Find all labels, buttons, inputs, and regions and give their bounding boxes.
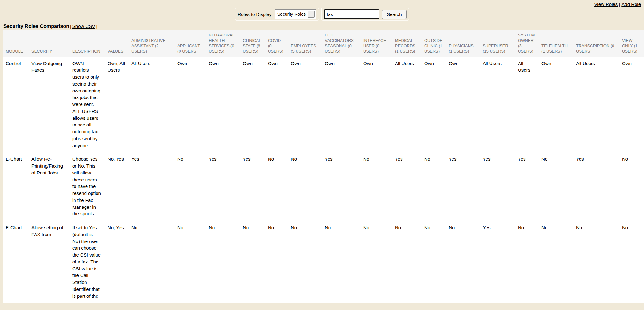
role-value-cell-superuser-15-users: Yes xyxy=(480,221,515,303)
role-value-cell-administrative-assistant-2-users: No xyxy=(128,221,174,303)
security-cell: View Outgoing Faxes xyxy=(28,57,69,152)
role-value-cell-behavioral-health-services-0-users: Own xyxy=(206,57,240,152)
table-header-row: MODULESECURITYDESCRIPTIONVALUESADMINISTR… xyxy=(3,30,644,57)
role-value-cell-covid-0-users: No xyxy=(265,152,288,221)
column-header-superuser-15-users: SUPERUSER (15 USERS) xyxy=(480,30,515,57)
role-value-cell-outside-clinic-1-users: Own xyxy=(421,57,446,152)
role-value-cell-flu-vaccinators-seasonal-0-users: Yes xyxy=(322,152,360,221)
role-value-cell-superuser-15-users: All Users xyxy=(480,57,515,152)
role-value-cell-system-owner-3-users: Yes xyxy=(515,152,538,221)
column-header-telehealth-1-users: TELEHEALTH (1 USERS) xyxy=(538,30,573,57)
role-value-cell-outside-clinic-1-users: No xyxy=(421,152,446,221)
role-value-cell-view-only-1-users: No xyxy=(619,152,644,221)
security-roles-comparison-table: MODULESECURITYDESCRIPTIONVALUESADMINISTR… xyxy=(3,30,644,303)
role-value-cell-flu-vaccinators-seasonal-0-users: Own xyxy=(322,57,360,152)
role-value-cell-clinical-staff-8-users: Yes xyxy=(240,152,265,221)
roles-to-display-label: Roles to Display xyxy=(237,12,271,17)
heading-divider: | xyxy=(70,24,71,29)
column-header-applicant-0-users: APPLICANT (0 USERS) xyxy=(174,30,206,57)
role-value-cell-system-owner-3-users: No xyxy=(515,221,538,303)
values-cell: No, Yes xyxy=(104,152,128,221)
search-button[interactable]: Search xyxy=(382,10,407,19)
role-value-cell-employees-5-users: No xyxy=(288,221,322,303)
top-nav: View Roles|Add Role xyxy=(594,2,641,7)
add-role-link[interactable]: Add Role xyxy=(621,2,641,7)
values-cell: Own, All Users xyxy=(104,57,128,152)
role-value-cell-behavioral-health-services-0-users: Yes xyxy=(206,152,240,221)
column-header-module: MODULE xyxy=(3,30,28,57)
heading-row: Security Roles Comparison|Show CSV| xyxy=(3,24,644,29)
search-group: Search xyxy=(321,8,409,21)
column-header-employees-5-users: EMPLOYEES (5 USERS) xyxy=(288,30,322,57)
role-value-cell-flu-vaccinators-seasonal-0-users: No xyxy=(322,221,360,303)
role-value-cell-medical-records-1-users: Yes xyxy=(392,152,421,221)
show-csv-link[interactable]: Show CSV xyxy=(72,24,95,29)
role-value-cell-superuser-15-users: Yes xyxy=(480,152,515,221)
column-header-behavioral-health-services-0-users: BEHAVIORAL HEALTH SERVICES (0 USERS) xyxy=(206,30,240,57)
description-cell: OWN restricts users to only seeing their… xyxy=(69,57,104,152)
role-value-cell-medical-records-1-users: All Users xyxy=(392,57,421,152)
table-row: E-ChartAllow Re-Printing/Faxing of Print… xyxy=(3,152,644,221)
column-header-physicians-1-users: PHYSICIANS (1 USERS) xyxy=(446,30,480,57)
role-value-cell-outside-clinic-1-users: No xyxy=(421,221,446,303)
roles-picker-button[interactable]: ... xyxy=(308,11,315,18)
view-roles-link[interactable]: View Roles xyxy=(594,2,618,7)
description-cell: Choose Yes or No. This will allow these … xyxy=(69,152,104,221)
roles-to-display-group: Roles to Display Security Roles ... xyxy=(235,8,319,21)
role-value-cell-telehealth-1-users: No xyxy=(538,221,573,303)
column-header-administrative-assistant-2-users: ADMINISTRATIVE ASSISTANT (2 USERS) xyxy=(128,30,174,57)
table-row: E-ChartAllow setting of FAX fromIf set t… xyxy=(3,221,644,303)
column-header-transcription-0-users: TRANSCRIPTION (0 USERS) xyxy=(573,30,619,57)
role-value-cell-physicians-1-users: Own xyxy=(446,57,480,152)
role-value-cell-applicant-0-users: No xyxy=(174,221,206,303)
table-header: MODULESECURITYDESCRIPTIONVALUESADMINISTR… xyxy=(3,30,644,57)
role-value-cell-transcription-0-users: Yes xyxy=(573,152,619,221)
role-value-cell-physicians-1-users: No xyxy=(446,221,480,303)
role-value-cell-transcription-0-users: All Users xyxy=(573,57,619,152)
description-cell: If set to Yes (default is No) the user c… xyxy=(69,221,104,303)
role-value-cell-medical-records-1-users: No xyxy=(392,221,421,303)
table-row: ControlView Outgoing FaxesOWN restricts … xyxy=(3,57,644,152)
column-header-system-owner-3-users: SYSTEM OWNER (3 USERS) xyxy=(515,30,538,57)
column-header-clinical-staff-8-users: CLINICAL STAFF (8 USERS) xyxy=(240,30,265,57)
module-cell: E-Chart xyxy=(3,152,28,221)
roles-select[interactable]: Security Roles ... xyxy=(275,9,316,19)
role-value-cell-view-only-1-users: No xyxy=(619,221,644,303)
values-cell: No, Yes xyxy=(104,221,128,303)
role-value-cell-covid-0-users: No xyxy=(265,221,288,303)
heading-trailing-divider: | xyxy=(96,24,97,29)
security-roles-table-container: MODULESECURITYDESCRIPTIONVALUESADMINISTR… xyxy=(3,30,644,303)
column-header-description: DESCRIPTION xyxy=(69,30,104,57)
role-value-cell-applicant-0-users: Own xyxy=(174,57,206,152)
role-value-cell-interface-user-0-users: Own xyxy=(360,57,392,152)
search-input[interactable] xyxy=(324,9,379,19)
role-value-cell-transcription-0-users: No xyxy=(573,221,619,303)
column-header-medical-records-1-users: MEDICAL RECORDS (1 USERS) xyxy=(392,30,421,57)
page-title: Security Roles Comparison xyxy=(3,24,69,29)
role-value-cell-employees-5-users: Own xyxy=(288,57,322,152)
role-value-cell-view-only-1-users: Own xyxy=(619,57,644,152)
nav-divider: | xyxy=(619,2,620,7)
security-cell: Allow Re-Printing/Faxing of Print Jobs xyxy=(28,152,69,221)
role-value-cell-covid-0-users: Own xyxy=(265,57,288,152)
role-value-cell-telehealth-1-users: No xyxy=(538,152,573,221)
module-cell: E-Chart xyxy=(3,221,28,303)
column-header-outside-clinic-1-users: OUTSIDE CLINIC (1 USERS) xyxy=(421,30,446,57)
role-value-cell-administrative-assistant-2-users: All Users xyxy=(128,57,174,152)
column-header-covid-0-users: COVID (0 USERS) xyxy=(265,30,288,57)
security-cell: Allow setting of FAX from xyxy=(28,221,69,303)
column-header-values: VALUES xyxy=(104,30,128,57)
role-value-cell-telehealth-1-users: Own xyxy=(538,57,573,152)
role-value-cell-clinical-staff-8-users: Own xyxy=(240,57,265,152)
role-value-cell-behavioral-health-services-0-users: No xyxy=(206,221,240,303)
roles-select-value: Security Roles xyxy=(277,12,306,17)
column-header-interface-user-0-users: INTERFACE USER (0 USERS) xyxy=(360,30,392,57)
role-value-cell-interface-user-0-users: No xyxy=(360,152,392,221)
column-header-flu-vaccinators-seasonal-0-users: FLU VACCINATORS SEASONAL (0 USERS) xyxy=(322,30,360,57)
module-cell: Control xyxy=(3,57,28,152)
roles-toolbar: Roles to Display Security Roles ... Sear… xyxy=(0,0,644,21)
table-body: ControlView Outgoing FaxesOWN restricts … xyxy=(3,57,644,303)
role-value-cell-administrative-assistant-2-users: Yes xyxy=(128,152,174,221)
role-value-cell-interface-user-0-users: No xyxy=(360,221,392,303)
role-value-cell-applicant-0-users: No xyxy=(174,152,206,221)
